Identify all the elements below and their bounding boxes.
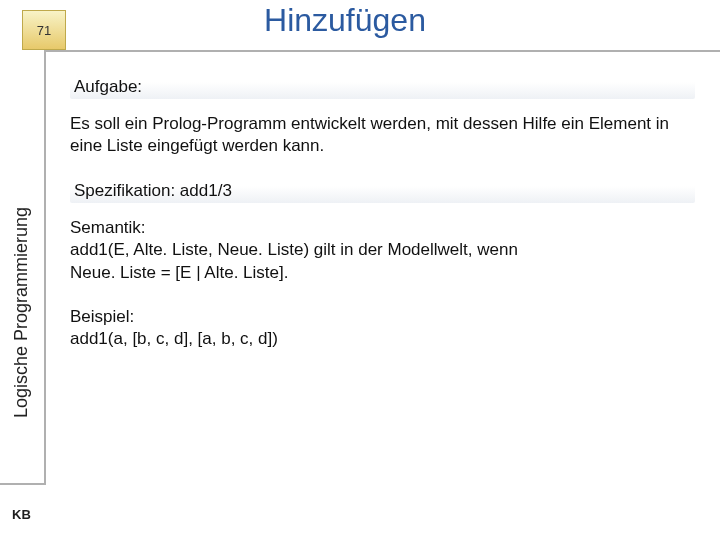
divider-top <box>44 50 720 52</box>
side-label-container: Logische Programmierung <box>8 165 36 460</box>
slide-title: Hinzufügen <box>0 2 690 39</box>
divider-vertical <box>44 50 46 485</box>
section-aufgabe-label: Aufgabe: <box>70 75 695 99</box>
section-spezifikation: Spezifikation: add1/3 <box>70 179 695 203</box>
section-semantik: Semantik: add1(E, Alte. Liste, Neue. Lis… <box>70 217 695 283</box>
semantik-line2: Neue. Liste = [E | Alte. Liste]. <box>70 262 695 284</box>
content-area: Aufgabe: Es soll ein Prolog-Programm ent… <box>70 75 695 372</box>
section-beispiel: Beispiel: add1(a, [b, c, d], [a, b, c, d… <box>70 306 695 350</box>
semantik-line1: add1(E, Alte. Liste, Neue. Liste) gilt i… <box>70 239 695 261</box>
beispiel-line: add1(a, [b, c, d], [a, b, c, d]) <box>70 328 695 350</box>
footer-author: KB <box>12 507 31 522</box>
divider-bottom <box>0 483 44 485</box>
beispiel-label: Beispiel: <box>70 306 695 328</box>
semantik-label: Semantik: <box>70 217 695 239</box>
side-label: Logische Programmierung <box>12 207 33 418</box>
slide-root: 71 Hinzufügen Logische Programmierung Au… <box>0 0 720 540</box>
section-intro: Es soll ein Prolog-Programm entwickelt w… <box>70 113 695 157</box>
